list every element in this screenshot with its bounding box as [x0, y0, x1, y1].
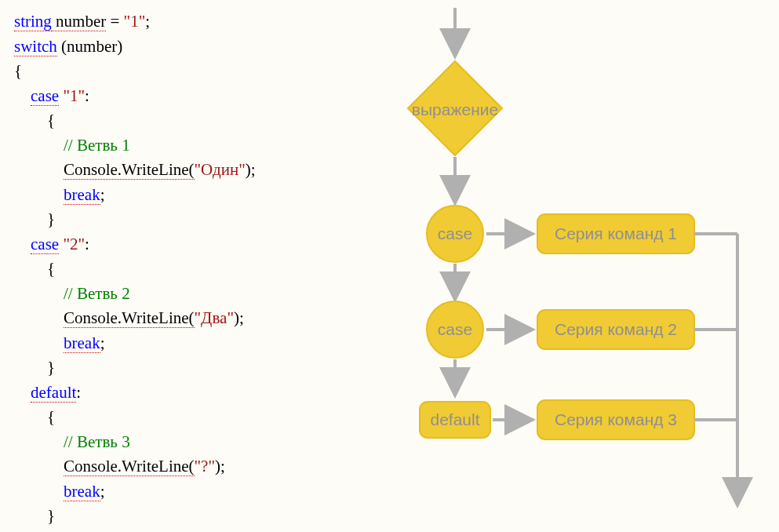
- code-line-22: }: [14, 529, 345, 533]
- code-line-17: {: [14, 405, 345, 430]
- code-line-12: // Ветвь 2: [14, 282, 345, 307]
- keyword-default: default: [31, 383, 76, 403]
- code-line-18: // Ветвь 3: [14, 430, 345, 455]
- rect-series-3: [537, 400, 694, 439]
- keyword-break-2: break: [64, 333, 100, 353]
- code-line-8: break;: [14, 183, 345, 208]
- code-line-15: }: [14, 355, 345, 381]
- code-line-14: break;: [14, 331, 345, 356]
- keyword-string: string: [14, 12, 52, 31]
- circle-case-2: [427, 301, 483, 358]
- comment-branch-3: // Ветвь 3: [14, 432, 130, 451]
- code-line-21: }: [14, 504, 345, 529]
- code-line-3: {: [14, 59, 345, 84]
- code-line-13: Console.WriteLine("Два");: [14, 306, 345, 331]
- code-line-19: Console.WriteLine("?");: [14, 454, 345, 479]
- flowchart-diagram: выражение case case default Серия команд…: [345, 0, 779, 532]
- diamond-expression: [408, 61, 502, 155]
- keyword-case-2: case: [31, 235, 59, 254]
- method-writeline-1: Console.WriteLine(: [64, 160, 195, 180]
- rect-series-2: [537, 310, 694, 349]
- code-line-6: // Ветвь 1: [14, 133, 345, 159]
- rect-default: [420, 402, 490, 438]
- code-line-11: {: [14, 257, 345, 282]
- ident-number: number: [52, 12, 106, 31]
- keyword-case-1: case: [31, 86, 59, 106]
- comment-branch-2: // Ветвь 2: [14, 284, 130, 303]
- code-line-1: string number = "1";: [14, 9, 345, 35]
- code-line-5: {: [14, 108, 345, 133]
- keyword-break-3: break: [64, 482, 100, 501]
- code-line-4: case "1":: [14, 84, 345, 109]
- code-panel: string number = "1"; switch (number) { c…: [0, 0, 345, 532]
- diagram-svg: [345, 0, 779, 532]
- keyword-switch: switch: [14, 37, 57, 56]
- code-line-10: case "2":: [14, 232, 345, 257]
- code-line-16: default:: [14, 381, 345, 406]
- rect-series-1: [537, 214, 694, 253]
- keyword-break-1: break: [64, 185, 100, 205]
- method-writeline-3: Console.WriteLine(: [64, 457, 195, 476]
- code-line-20: break;: [14, 479, 345, 505]
- comment-branch-1: // Ветвь 1: [14, 136, 130, 155]
- code-line-7: Console.WriteLine("Один");: [14, 158, 345, 183]
- method-writeline-2: Console.WriteLine(: [64, 308, 195, 328]
- code-line-2: switch (number): [14, 35, 345, 60]
- circle-case-1: [427, 206, 483, 262]
- code-line-9: }: [14, 207, 345, 232]
